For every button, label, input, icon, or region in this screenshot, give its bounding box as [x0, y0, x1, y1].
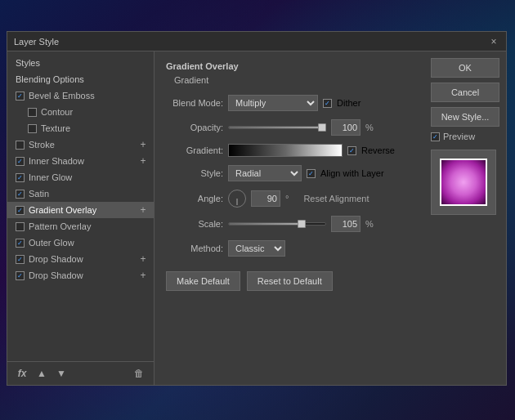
bevel-emboss-label: Bevel & Emboss: [29, 91, 95, 101]
scale-row: Scale: %: [166, 216, 413, 232]
scale-label: Scale:: [166, 219, 223, 229]
angle-dial[interactable]: [228, 190, 246, 208]
opacity-thumb[interactable]: [318, 123, 326, 132]
sidebar-item-drop-shadow-1[interactable]: Drop Shadow +: [7, 251, 154, 267]
blending-options-label: Blending Options: [16, 74, 84, 84]
drop-shadow-2-add-button[interactable]: +: [137, 270, 149, 281]
gradient-overlay-checkbox[interactable]: [16, 206, 25, 215]
angle-input[interactable]: [251, 190, 280, 207]
move-down-button[interactable]: ▼: [55, 367, 68, 380]
preview-checkbox[interactable]: [431, 132, 440, 141]
gradient-overlay-add-button[interactable]: +: [137, 204, 149, 216]
opacity-control: %: [228, 119, 374, 136]
sidebar-footer: fx ▲ ▼ 🗑: [7, 361, 154, 385]
pattern-overlay-label: Pattern Overlay: [29, 221, 91, 231]
scale-slider[interactable]: [228, 218, 326, 230]
inner-shadow-label: Inner Shadow: [29, 156, 84, 166]
opacity-row: Opacity: %: [166, 119, 413, 136]
sidebar-item-bevel-emboss[interactable]: Bevel & Emboss: [7, 87, 154, 104]
sidebar-item-stroke[interactable]: Stroke +: [7, 136, 154, 153]
opacity-input[interactable]: [331, 119, 360, 136]
angle-control: ° Reset Alignment: [228, 190, 369, 208]
opacity-track: [228, 126, 326, 129]
preview-label: Preview: [443, 132, 475, 141]
inner-shadow-checkbox[interactable]: [16, 157, 25, 166]
inner-glow-checkbox[interactable]: [16, 173, 25, 182]
dialog-titlebar: Layer Style ×: [7, 32, 506, 51]
sidebar-item-blending-options[interactable]: Blending Options: [7, 71, 154, 87]
sidebar-item-contour[interactable]: Contour: [7, 104, 154, 120]
scale-fill: [229, 223, 302, 225]
reset-to-default-button[interactable]: Reset to Default: [247, 271, 333, 291]
opacity-label: Opacity:: [166, 123, 223, 132]
opacity-unit: %: [365, 123, 374, 132]
section-title: Gradient Overlay: [166, 61, 413, 71]
ok-button[interactable]: OK: [431, 58, 499, 78]
inner-shadow-add-button[interactable]: +: [137, 155, 149, 167]
contour-checkbox[interactable]: [28, 108, 37, 117]
drop-shadow-1-checkbox[interactable]: [16, 255, 25, 264]
pattern-overlay-checkbox[interactable]: [16, 222, 25, 231]
close-button[interactable]: ×: [488, 36, 499, 47]
stroke-label: Stroke: [29, 140, 55, 150]
drop-shadow-1-add-button[interactable]: +: [137, 253, 149, 265]
drop-shadow-2-checkbox[interactable]: [16, 271, 25, 280]
align-layer-checkbox[interactable]: [307, 169, 316, 178]
move-up-button[interactable]: ▲: [35, 367, 48, 380]
gradient-control: Reverse: [228, 144, 395, 157]
sidebar-item-texture[interactable]: Texture: [7, 120, 154, 136]
reset-alignment-button[interactable]: Reset Alignment: [303, 194, 369, 203]
angle-unit: °: [285, 194, 289, 203]
outer-glow-label: Outer Glow: [29, 238, 74, 248]
scale-thumb[interactable]: [298, 220, 306, 228]
style-control: Radial Linear Angle Reflected Diamond Al…: [228, 165, 384, 181]
method-label: Method:: [166, 244, 223, 253]
dither-checkbox[interactable]: [323, 99, 332, 108]
main-content: Gradient Overlay Gradient Blend Mode: Mu…: [154, 51, 424, 385]
sidebar-item-inner-shadow[interactable]: Inner Shadow +: [7, 153, 154, 169]
angle-label: Angle:: [166, 194, 223, 203]
cancel-button[interactable]: Cancel: [431, 83, 499, 102]
sidebar: Styles Blending Options Bevel & Emboss C…: [7, 51, 154, 385]
sidebar-item-gradient-overlay[interactable]: Gradient Overlay +: [7, 202, 154, 218]
style-label: Style:: [166, 168, 223, 178]
sidebar-item-satin[interactable]: Satin: [7, 185, 154, 202]
action-row: Make Default Reset to Default: [166, 271, 413, 291]
stroke-add-button[interactable]: +: [137, 139, 149, 150]
style-select[interactable]: Radial Linear Angle Reflected Diamond: [228, 165, 302, 181]
opacity-fill: [229, 127, 325, 128]
preview-check-row: Preview: [431, 132, 499, 141]
blend-mode-select[interactable]: Multiply Normal Screen Overlay: [228, 95, 318, 111]
make-default-button[interactable]: Make Default: [166, 271, 240, 291]
preview-box: [431, 150, 496, 215]
bevel-emboss-checkbox[interactable]: [16, 92, 25, 101]
reverse-checkbox[interactable]: [347, 146, 356, 155]
scale-input[interactable]: [331, 216, 360, 232]
sidebar-item-pattern-overlay[interactable]: Pattern Overlay: [7, 218, 154, 235]
delete-button[interactable]: 🗑: [132, 367, 146, 380]
right-panel: OK Cancel New Style... Preview: [424, 51, 506, 385]
blend-mode-row: Blend Mode: Multiply Normal Screen Overl…: [166, 95, 413, 111]
fx-button[interactable]: fx: [16, 367, 29, 380]
opacity-slider[interactable]: [228, 122, 326, 133]
gradient-picker[interactable]: [228, 144, 343, 157]
layer-style-dialog: Layer Style × Styles Blending Options Be…: [7, 31, 507, 386]
sidebar-item-outer-glow[interactable]: Outer Glow: [7, 235, 154, 251]
sidebar-item-inner-glow[interactable]: Inner Glow: [7, 169, 154, 185]
gradient-row: Gradient: Reverse: [166, 144, 413, 157]
sidebar-item-drop-shadow-2[interactable]: Drop Shadow +: [7, 267, 154, 284]
method-select[interactable]: Classic Perceptual Linear: [228, 240, 285, 257]
blend-mode-control: Multiply Normal Screen Overlay Dither: [228, 95, 360, 111]
new-style-button[interactable]: New Style...: [431, 107, 499, 127]
drop-shadow-2-label: Drop Shadow: [29, 270, 83, 280]
satin-label: Satin: [29, 189, 49, 199]
satin-checkbox[interactable]: [16, 190, 25, 199]
scale-control: %: [228, 216, 374, 232]
stroke-checkbox[interactable]: [16, 141, 25, 150]
angle-row: Angle: ° Reset Alignment: [166, 190, 413, 208]
inner-glow-label: Inner Glow: [29, 172, 72, 182]
outer-glow-checkbox[interactable]: [16, 239, 25, 248]
dialog-title: Layer Style: [14, 37, 59, 47]
texture-checkbox[interactable]: [28, 124, 37, 133]
method-control: Classic Perceptual Linear: [228, 240, 285, 257]
